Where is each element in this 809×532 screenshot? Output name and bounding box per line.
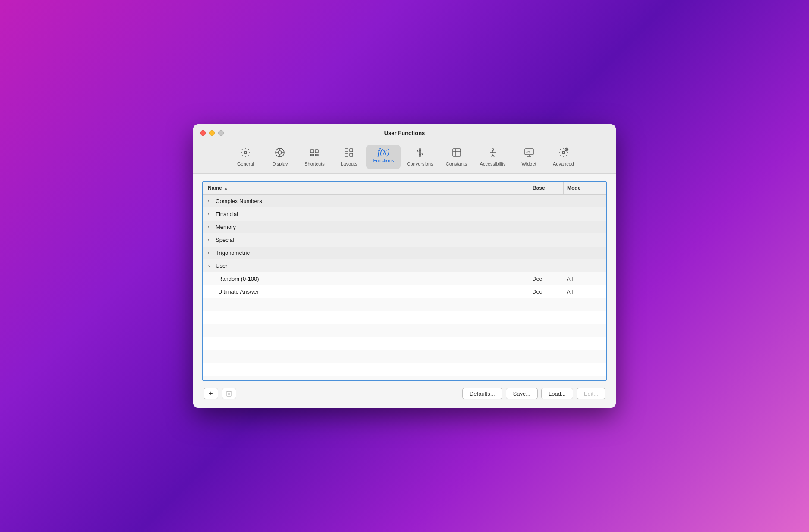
svg-rect-13 bbox=[345, 153, 348, 156]
row-mode bbox=[563, 237, 598, 243]
minimize-button[interactable] bbox=[209, 130, 215, 136]
row-base: Dec bbox=[529, 285, 563, 298]
functions-icon: f(x) bbox=[378, 147, 390, 156]
display-icon bbox=[275, 147, 285, 160]
table-row bbox=[203, 376, 606, 380]
chevron-right-icon: › bbox=[208, 225, 213, 229]
tab-functions[interactable]: f(x) Functions bbox=[366, 145, 401, 169]
layouts-icon bbox=[344, 147, 354, 160]
shortcuts-icon bbox=[309, 147, 320, 160]
table-row bbox=[203, 350, 606, 363]
constants-icon bbox=[452, 147, 462, 160]
display-label: Display bbox=[272, 161, 288, 166]
tab-accessibility[interactable]: Accessibility bbox=[474, 145, 512, 169]
tab-constants[interactable]: Constants bbox=[439, 145, 474, 169]
sort-arrow-icon: ▲ bbox=[224, 186, 228, 191]
row-name: Random (0-100) bbox=[203, 272, 529, 285]
chevron-right-icon: › bbox=[208, 199, 213, 203]
table-row[interactable]: › Memory bbox=[203, 221, 606, 234]
main-window: User Functions General bbox=[193, 124, 616, 408]
svg-rect-9 bbox=[310, 154, 314, 156]
row-base bbox=[529, 198, 563, 204]
table-row bbox=[203, 337, 606, 350]
tab-display[interactable]: Display bbox=[263, 145, 297, 169]
row-mode bbox=[563, 263, 598, 269]
svg-rect-14 bbox=[350, 153, 353, 156]
load-button[interactable]: Load... bbox=[541, 388, 573, 399]
save-button[interactable]: Save... bbox=[506, 388, 538, 399]
widget-label: Widget bbox=[521, 161, 536, 166]
chevron-right-icon: › bbox=[208, 212, 213, 216]
table-row[interactable]: › Trigonometric bbox=[203, 247, 606, 260]
table-row[interactable]: › Complex Numbers bbox=[203, 195, 606, 208]
maximize-button[interactable] bbox=[218, 130, 224, 136]
svg-rect-19 bbox=[453, 149, 461, 156]
widget-icon: 42 bbox=[524, 147, 534, 160]
svg-point-2 bbox=[278, 151, 282, 154]
table-row[interactable]: › Financial bbox=[203, 208, 606, 221]
table-row bbox=[203, 311, 606, 324]
row-name: › Memory bbox=[203, 221, 529, 233]
row-name: Ultimate Answer bbox=[203, 285, 529, 298]
table-row[interactable]: › Special bbox=[203, 234, 606, 247]
advanced-label: Advanced bbox=[553, 161, 574, 166]
general-icon bbox=[240, 147, 251, 160]
functions-label: Functions bbox=[373, 158, 394, 163]
row-name: › Financial bbox=[203, 208, 529, 220]
row-name: › Complex Numbers bbox=[203, 195, 529, 207]
accessibility-label: Accessibility bbox=[480, 161, 506, 166]
close-button[interactable] bbox=[200, 130, 206, 136]
svg-rect-11 bbox=[345, 149, 348, 152]
svg-text:42: 42 bbox=[526, 151, 530, 154]
defaults-button[interactable]: Defaults... bbox=[462, 388, 502, 399]
table-body: › Complex Numbers › Financial bbox=[203, 195, 606, 380]
svg-rect-8 bbox=[315, 150, 318, 153]
svg-rect-12 bbox=[350, 149, 353, 152]
svg-rect-7 bbox=[310, 150, 314, 153]
conversions-label: Conversions bbox=[407, 161, 433, 166]
base-column-header[interactable]: Base bbox=[529, 182, 563, 194]
conversions-icon bbox=[415, 147, 425, 160]
general-label: General bbox=[237, 161, 254, 166]
content-area: Name ▲ Base Mode › Complex Numbers bbox=[193, 174, 616, 408]
tab-layouts[interactable]: Layouts bbox=[332, 145, 366, 169]
name-column-header[interactable]: Name ▲ bbox=[203, 182, 529, 194]
row-name: ∨ User bbox=[203, 260, 529, 272]
edit-button[interactable]: Edit... bbox=[577, 388, 605, 399]
table-row[interactable]: Random (0-100) Dec All bbox=[203, 272, 606, 285]
constants-label: Constants bbox=[446, 161, 467, 166]
row-mode bbox=[563, 211, 598, 217]
row-base: Dec bbox=[529, 272, 563, 285]
svg-point-27 bbox=[562, 151, 565, 154]
delete-button[interactable] bbox=[222, 388, 236, 399]
add-button[interactable]: + bbox=[204, 388, 218, 399]
row-base bbox=[529, 224, 563, 230]
chevron-right-icon: › bbox=[208, 238, 213, 242]
table-row bbox=[203, 324, 606, 337]
tab-conversions[interactable]: Conversions bbox=[401, 145, 439, 169]
functions-table: Name ▲ Base Mode › Complex Numbers bbox=[202, 181, 607, 381]
table-row[interactable]: Ultimate Answer Dec All bbox=[203, 285, 606, 298]
bottom-bar: + Defaults... Save... Load... Edit... bbox=[202, 388, 607, 399]
row-mode bbox=[563, 224, 598, 230]
svg-point-22 bbox=[492, 149, 494, 150]
row-mode: All bbox=[563, 285, 598, 298]
chevron-right-icon: › bbox=[208, 250, 213, 255]
mode-column-header[interactable]: Mode bbox=[563, 182, 598, 194]
tab-general[interactable]: General bbox=[228, 145, 263, 169]
table-row bbox=[203, 298, 606, 311]
toolbar: General Display bbox=[193, 141, 616, 174]
chevron-down-icon: ∨ bbox=[208, 263, 213, 268]
row-name: › Trigonometric bbox=[203, 247, 529, 259]
row-base bbox=[529, 250, 563, 256]
table-row[interactable]: ∨ User bbox=[203, 260, 606, 272]
layouts-label: Layouts bbox=[341, 161, 357, 166]
row-mode bbox=[563, 198, 598, 204]
svg-point-0 bbox=[244, 151, 247, 154]
tab-advanced[interactable]: Advanced bbox=[546, 145, 581, 169]
row-mode: All bbox=[563, 272, 598, 285]
title-bar: User Functions bbox=[193, 124, 616, 141]
tab-shortcuts[interactable]: Shortcuts bbox=[297, 145, 332, 169]
tab-widget[interactable]: 42 Widget bbox=[512, 145, 546, 169]
shortcuts-label: Shortcuts bbox=[304, 161, 324, 166]
